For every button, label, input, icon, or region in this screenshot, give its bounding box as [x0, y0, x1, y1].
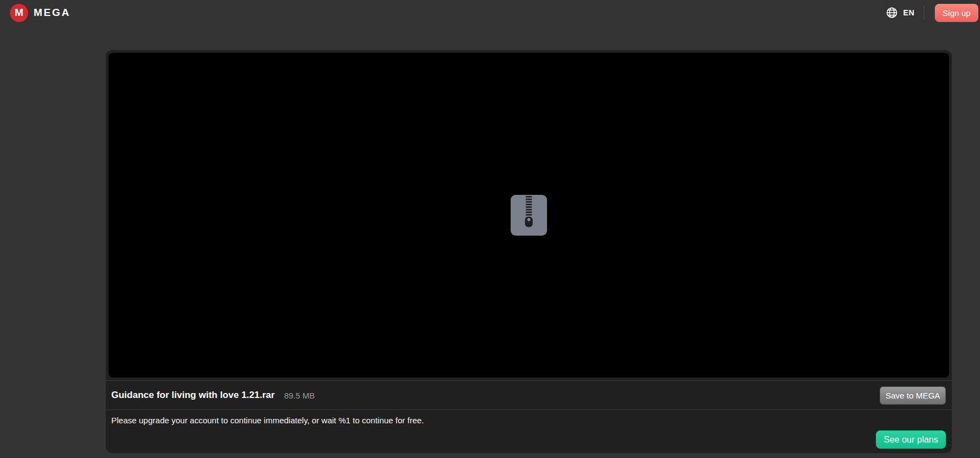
save-to-mega-button[interactable]: Save to MEGA: [880, 386, 946, 405]
language-code: EN: [903, 8, 914, 17]
file-size: 89.5 MB: [284, 391, 315, 400]
mega-logo-icon: M: [10, 4, 28, 22]
download-panel: Guidance for living with love 1.21.rar 8…: [106, 50, 952, 453]
file-preview-area: [109, 53, 949, 378]
mega-logo-letter: M: [15, 7, 24, 19]
file-name: Guidance for living with love 1.21.rar: [111, 390, 275, 401]
sign-up-button[interactable]: Sign up: [935, 4, 978, 22]
header-divider: [924, 6, 924, 20]
brand-wordmark: MEGA: [34, 7, 71, 19]
file-info-bar: Guidance for living with love 1.21.rar 8…: [106, 380, 952, 410]
top-bar: M MEGA EN Sign up: [0, 0, 980, 25]
language-selector[interactable]: EN: [886, 7, 924, 19]
see-our-plans-button[interactable]: See our plans: [876, 430, 946, 449]
zip-archive-icon: [511, 195, 547, 236]
globe-icon: [886, 7, 898, 19]
upgrade-message: Please upgrade your account to continue …: [111, 416, 946, 425]
upgrade-notice-bar: Please upgrade your account to continue …: [106, 410, 952, 453]
plans-button-row: See our plans: [111, 430, 946, 449]
mega-logo[interactable]: M MEGA: [10, 4, 71, 22]
